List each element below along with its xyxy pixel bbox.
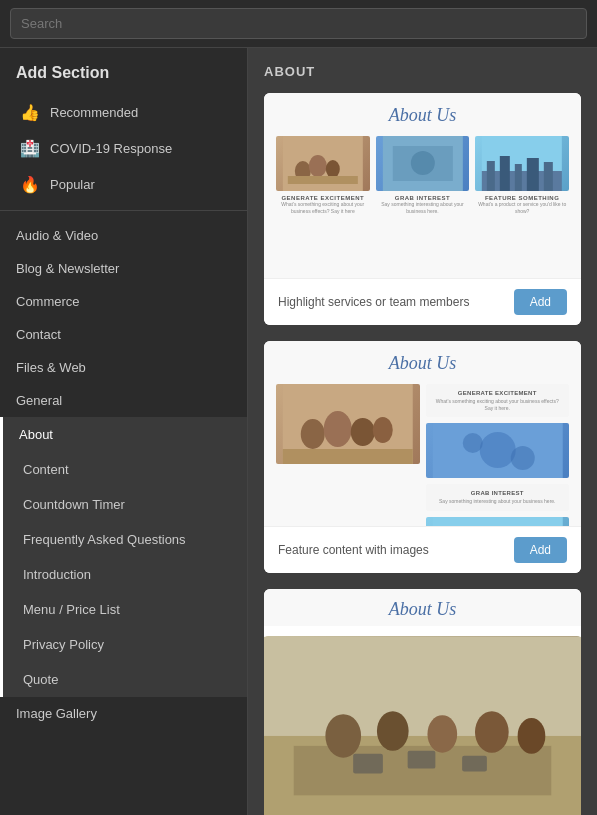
card1-title: About Us (276, 105, 569, 126)
svg-rect-42 (353, 754, 383, 774)
sub-item-introduction[interactable]: Introduction (3, 557, 247, 592)
card1-footer-text: Highlight services or team members (278, 295, 469, 309)
card1-img2 (376, 136, 470, 191)
card1-desc3: What's a product or service you'd like t… (475, 201, 569, 214)
sub-item-faq[interactable]: Frequently Asked Questions (3, 522, 247, 557)
sub-item-content[interactable]: Content (3, 452, 247, 487)
svg-point-41 (518, 718, 546, 754)
card1-img1 (276, 136, 370, 191)
svg-rect-25 (432, 517, 562, 527)
content-section-title: ABOUT (264, 64, 581, 79)
svg-point-16 (301, 419, 325, 449)
card2-text-desc2: Say something interesting about your bus… (432, 498, 564, 505)
svg-rect-12 (515, 164, 522, 191)
sidebar-item-popular[interactable]: 🔥 Popular (16, 166, 231, 202)
svg-point-2 (309, 155, 327, 177)
svg-point-7 (410, 151, 434, 175)
sub-item-menu[interactable]: Menu / Price List (3, 592, 247, 627)
svg-rect-4 (288, 176, 358, 184)
card2-footer: Feature content with images Add (264, 526, 581, 573)
svg-point-19 (373, 417, 393, 443)
sidebar-item-audio[interactable]: Audio & Video (0, 219, 247, 252)
svg-point-37 (325, 714, 361, 758)
svg-rect-44 (462, 756, 487, 772)
fire-icon: 🔥 (20, 174, 40, 194)
card2-text-desc1: What's something exciting about your bus… (432, 398, 564, 411)
sidebar-item-commerce[interactable]: Commerce (0, 285, 247, 318)
template-card-3: About Us (264, 589, 581, 815)
card1-col3: FEATURE SOMETHING What's a product or se… (475, 136, 569, 214)
content-area: ABOUT About Us (248, 48, 597, 815)
about-expanded-section: About Content Countdown Timer Frequently… (0, 417, 247, 697)
svg-point-40 (475, 711, 509, 753)
sidebar-item-covid[interactable]: 🏥 COVID-19 Response (16, 130, 231, 166)
sub-item-privacy[interactable]: Privacy Policy (3, 627, 247, 662)
popular-label: Popular (50, 177, 95, 192)
card1-desc1: What's something exciting about your bus… (276, 201, 370, 214)
sub-item-countdown[interactable]: Countdown Timer (3, 487, 247, 522)
card2-img-city (426, 517, 570, 527)
health-icon: 🏥 (20, 138, 40, 158)
sidebar-item-general[interactable]: General (0, 384, 247, 417)
thumb-up-icon: 👍 (20, 102, 40, 122)
card2-add-button[interactable]: Add (514, 537, 567, 563)
card2-text2: GRAB INTEREST Say something interesting … (426, 484, 570, 511)
sidebar-item-image-gallery[interactable]: Image Gallery (0, 697, 247, 730)
card1-desc2: Say something interesting about your bus… (376, 201, 470, 214)
sidebar: Add Section 👍 Recommended 🏥 COVID-19 Res… (0, 48, 248, 815)
card1-footer: Highlight services or team members Add (264, 278, 581, 325)
svg-rect-20 (283, 449, 413, 464)
sidebar-item-files[interactable]: Files & Web (0, 351, 247, 384)
svg-rect-11 (500, 156, 510, 191)
svg-point-3 (326, 160, 340, 178)
card3-img (264, 636, 581, 815)
card1-add-button[interactable]: Add (514, 289, 567, 315)
svg-point-24 (510, 446, 534, 470)
card2-grid: GENERATE EXCITEMENT What's something exc… (276, 384, 569, 526)
card1-col2: GRAB INTEREST Say something interesting … (376, 136, 470, 214)
card3-title: About Us (264, 589, 581, 626)
card1-col1: GENERATE EXCITEMENT What's something exc… (276, 136, 370, 214)
main-layout: Add Section 👍 Recommended 🏥 COVID-19 Res… (0, 48, 597, 815)
svg-point-18 (351, 418, 375, 446)
svg-point-17 (324, 411, 352, 447)
card2-text-label2: GRAB INTEREST (432, 490, 564, 496)
about-sub-list: Content Countdown Timer Frequently Asked… (3, 452, 247, 697)
card2-text-label1: GENERATE EXCITEMENT (432, 390, 564, 396)
card2-left (276, 384, 420, 526)
svg-rect-43 (408, 751, 436, 769)
about-header[interactable]: About (3, 417, 247, 452)
sidebar-item-contact[interactable]: Contact (0, 318, 247, 351)
svg-rect-14 (544, 162, 553, 191)
card2-img-small (426, 423, 570, 478)
template-preview-2: About Us (264, 341, 581, 526)
svg-point-23 (462, 433, 482, 453)
recommended-section: 👍 Recommended 🏥 COVID-19 Response 🔥 Popu… (0, 94, 247, 202)
card2-right: GENERATE EXCITEMENT What's something exc… (426, 384, 570, 526)
sidebar-divider-1 (0, 210, 247, 211)
template-card-2: About Us (264, 341, 581, 573)
card2-footer-text: Feature content with images (278, 543, 429, 557)
recommended-label: Recommended (50, 105, 138, 120)
svg-rect-10 (487, 161, 495, 191)
svg-rect-13 (527, 158, 539, 191)
svg-point-39 (427, 715, 457, 753)
sidebar-title: Add Section (0, 64, 247, 94)
card2-title: About Us (276, 353, 569, 374)
search-bar (0, 0, 597, 48)
sub-item-quote[interactable]: Quote (3, 662, 247, 697)
svg-point-22 (479, 432, 515, 468)
card1-grid: GENERATE EXCITEMENT What's something exc… (276, 136, 569, 214)
template-preview-1: About Us GENERAT (264, 93, 581, 278)
card1-img3 (475, 136, 569, 191)
svg-point-38 (377, 711, 409, 751)
sidebar-item-blog[interactable]: Blog & Newsletter (0, 252, 247, 285)
covid-label: COVID-19 Response (50, 141, 172, 156)
card2-text1: GENERATE EXCITEMENT What's something exc… (426, 384, 570, 417)
search-input[interactable] (10, 8, 587, 39)
template-card-1: About Us GENERAT (264, 93, 581, 325)
card2-img-main (276, 384, 420, 464)
sidebar-item-recommended[interactable]: 👍 Recommended (16, 94, 231, 130)
